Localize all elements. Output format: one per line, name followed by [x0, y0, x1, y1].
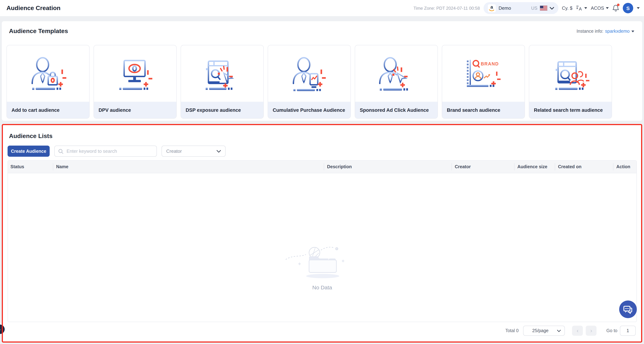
column-header-created-on[interactable]: Created on [555, 163, 614, 170]
caret-down-icon [632, 30, 634, 32]
empty-state: No Data [8, 244, 636, 291]
person-cursor-click-icon [355, 45, 438, 102]
account-name: Demo [499, 5, 511, 11]
chevron-down-icon [557, 330, 561, 332]
pagination-total: Total 0 [505, 328, 518, 333]
chat-button[interactable] [619, 301, 637, 318]
account-info: a Demo [488, 4, 511, 12]
person-shopping-bag-icon [7, 45, 89, 102]
template-card-label: Sponsored Ad Click Audience [355, 102, 438, 118]
chevron-down-icon [216, 150, 221, 153]
svg-text:A: A [579, 6, 582, 11]
chevron-left-icon: ‹ [577, 328, 579, 334]
audience-lists-title: Audience Lists [9, 133, 52, 140]
chat-icon [623, 305, 633, 314]
column-header-name[interactable]: Name [53, 163, 324, 170]
metric-dropdown[interactable]: ACOS [591, 5, 609, 11]
amazon-letter: a [490, 4, 493, 9]
next-page-button[interactable]: › [586, 326, 597, 336]
region-label: US [531, 5, 538, 10]
create-audience-button[interactable]: Create Audience [8, 146, 50, 157]
person-phone-chart-icon [268, 45, 350, 102]
empty-folder-illustration [279, 244, 365, 280]
svg-text:x: x [576, 6, 578, 9]
template-card-sponsored-ad-click[interactable]: Sponsored Ad Click Audience [355, 45, 438, 119]
instance-name-link[interactable]: sparkxdemo [605, 29, 630, 34]
caret-down-icon [606, 7, 609, 9]
template-card-label: Brand search audience [442, 102, 524, 118]
chevron-right-icon: › [590, 328, 592, 334]
column-header-description[interactable]: Description [324, 163, 452, 170]
chart-brand-search-icon: BRAND [442, 45, 524, 102]
user-menu-caret-icon[interactable] [637, 7, 640, 9]
translate-icon: x A [576, 5, 583, 11]
template-card-add-to-cart[interactable]: Add to cart audience [6, 45, 90, 119]
list-controls: Create Audience Creator [8, 146, 226, 157]
audience-templates-section: Audience Templates Instance info: sparkx… [2, 21, 642, 121]
template-card-label: Related search term audience [529, 102, 612, 118]
template-cards-row: Add to cart audience [6, 45, 612, 119]
account-region: US [531, 5, 554, 11]
browser-search-click-icon [181, 45, 263, 102]
template-card-related-search-term[interactable]: Related search term audience [529, 45, 612, 119]
us-flag-icon [540, 5, 548, 11]
amazon-logo-icon: a [488, 4, 496, 12]
column-header-action[interactable]: Action [614, 163, 636, 170]
top-header: Audience Creation Time Zone: PDT 2024-07… [0, 0, 644, 16]
goto-label: Go to [606, 328, 618, 333]
search-input[interactable] [66, 148, 153, 154]
account-selector[interactable]: a Demo US [484, 2, 558, 14]
browser-search-people-icon [529, 45, 612, 102]
column-header-creator[interactable]: Creator [452, 163, 514, 170]
audience-table: Status Name Description Creator Audience… [8, 160, 637, 322]
timezone-label: Time Zone: PDT 2024-07-11 00:58 [414, 5, 480, 10]
instance-info-label: Instance info: [576, 29, 603, 34]
template-card-label: Cumulative Purchase Audience [268, 102, 350, 118]
template-card-brand-search[interactable]: BRAND Brand search audience [442, 45, 525, 119]
column-header-audience-size[interactable]: Audience size [514, 163, 555, 170]
page-size-value: 25/page [532, 328, 548, 333]
metric-label: ACOS [591, 5, 604, 11]
notification-badge [617, 3, 620, 6]
template-card-dsp-exposure[interactable]: DSP exposure audience [180, 45, 264, 119]
amazon-smile-icon [489, 9, 494, 11]
keyword-search-box[interactable] [54, 146, 157, 157]
page-size-select[interactable]: 25/page [523, 326, 565, 336]
pagination: Total 0 25/page ‹ › Go to [505, 326, 636, 336]
template-card-label: Add to cart audience [7, 102, 89, 118]
caret-down-icon [584, 7, 587, 9]
header-actions: Time Zone: PDT 2024-07-11 00:58 a Demo U… [414, 2, 640, 14]
chevron-down-icon [550, 7, 554, 9]
svg-text:BRAND: BRAND [481, 61, 499, 66]
template-card-dpv[interactable]: DPV audience [94, 45, 177, 119]
table-header-row: Status Name Description Creator Audience… [8, 161, 636, 173]
goto-page-input[interactable] [620, 326, 636, 336]
templates-header: Audience Templates Instance info: sparkx… [2, 21, 642, 35]
template-card-label: DSP exposure audience [181, 102, 263, 118]
search-icon [58, 149, 63, 154]
page-title: Audience Creation [6, 4, 60, 12]
avatar[interactable]: S [623, 3, 633, 13]
instance-info-dropdown[interactable]: Instance info: sparkxdemo [576, 29, 634, 34]
template-card-cumulative-purchase[interactable]: Cumulative Purchase Audience [268, 45, 351, 119]
notifications-button[interactable] [612, 4, 619, 12]
audience-creation-page: Audience Creation Time Zone: PDT 2024-07… [0, 0, 644, 344]
monitor-eye-icon [94, 45, 176, 102]
templates-title: Audience Templates [9, 28, 68, 35]
currency-label: Cy. $ [562, 5, 572, 11]
empty-state-text: No Data [312, 284, 332, 291]
audience-lists-section: Audience Lists Create Audience Creator S… [2, 124, 642, 343]
prev-page-button[interactable]: ‹ [572, 326, 583, 336]
template-card-label: DPV audience [94, 102, 176, 118]
chevron-right-icon: › [0, 327, 1, 332]
language-dropdown[interactable]: x A [576, 5, 587, 11]
creator-filter-value: Creator [166, 148, 182, 154]
column-header-status[interactable]: Status [8, 163, 53, 170]
creator-filter-select[interactable]: Creator [162, 146, 226, 157]
